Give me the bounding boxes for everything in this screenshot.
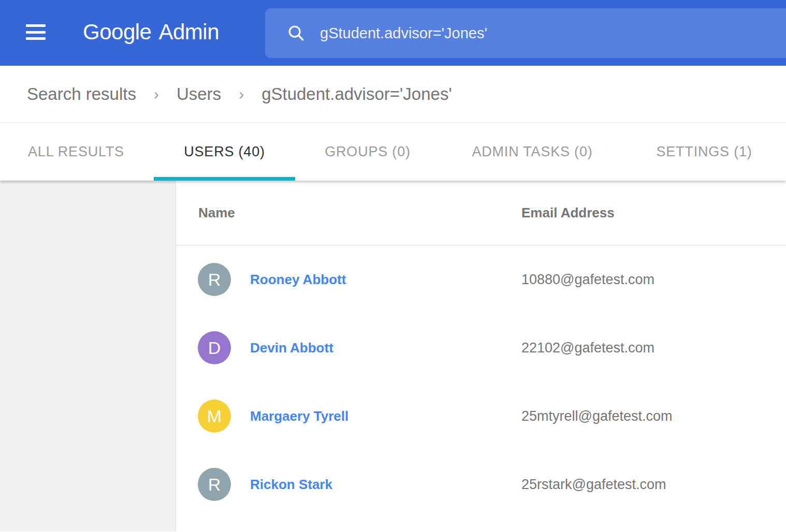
tab-label: GROUPS (0) (325, 144, 411, 160)
avatar[interactable]: R (198, 263, 231, 296)
brand-name: Google (83, 20, 151, 44)
product-name: Admin (158, 20, 219, 44)
main-area: Name Email Address R Rooney Abbott 10880… (0, 181, 786, 531)
user-email: 25mtyrell@gafetest.com (521, 408, 673, 424)
table-header-row: Name Email Address (176, 181, 786, 245)
chevron-right-icon: › (239, 85, 244, 103)
column-header-name: Name (176, 205, 521, 221)
table-row[interactable]: R Rooney Abbott 10880@gafetest.com (176, 245, 786, 314)
user-email: 22102@gafetest.com (521, 340, 654, 356)
tab-all-results[interactable]: ALL RESULTS (13, 123, 139, 181)
table-row[interactable]: M Margaery Tyrell 25mtyrell@gafetest.com (176, 382, 786, 450)
user-name-link[interactable]: Devin Abbott (250, 340, 333, 356)
column-header-email: Email Address (521, 205, 786, 221)
chevron-right-icon: › (154, 85, 159, 103)
user-email: 10880@gafetest.com (521, 272, 654, 288)
tab-groups[interactable]: GROUPS (0) (310, 123, 425, 181)
users-results-panel: Name Email Address R Rooney Abbott 10880… (176, 181, 786, 531)
tab-settings[interactable]: SETTINGS (1) (641, 123, 767, 181)
table-row[interactable]: D Devin Abbott 22102@gafetest.com (176, 314, 786, 382)
search-box[interactable] (265, 8, 786, 58)
avatar[interactable]: D (198, 331, 231, 364)
search-input[interactable] (320, 25, 786, 42)
avatar[interactable]: R (198, 468, 231, 501)
table-row[interactable]: R Rickon Stark 25rstark@gafetest.com (176, 450, 786, 519)
left-filter-panel (0, 181, 176, 531)
search-icon[interactable] (287, 24, 305, 42)
name-cell: R Rickon Stark (176, 468, 521, 501)
tab-label: ALL RESULTS (28, 144, 124, 160)
user-name-link[interactable]: Rickon Stark (250, 477, 332, 493)
app-logo[interactable]: GoogleAdmin (83, 20, 219, 45)
user-email: 25rstark@gafetest.com (521, 477, 666, 493)
tab-users[interactable]: USERS (40) (154, 123, 295, 181)
active-tab-underline (154, 177, 295, 181)
name-cell: R Rooney Abbott (176, 263, 521, 296)
tab-label: USERS (40) (184, 144, 265, 160)
user-name-link[interactable]: Rooney Abbott (250, 272, 346, 288)
menu-icon[interactable] (26, 24, 46, 40)
user-name-link[interactable]: Margaery Tyrell (250, 408, 348, 424)
avatar[interactable]: M (198, 400, 231, 433)
tab-label: SETTINGS (1) (656, 144, 752, 160)
tab-label: ADMIN TASKS (0) (472, 144, 592, 160)
tab-admin-tasks[interactable]: ADMIN TASKS (0) (459, 123, 606, 181)
breadcrumb-users[interactable]: Users (177, 84, 221, 104)
name-cell: D Devin Abbott (176, 331, 521, 364)
name-cell: M Margaery Tyrell (176, 400, 521, 433)
breadcrumb-search-results[interactable]: Search results (27, 84, 136, 104)
results-tab-bar: ALL RESULTS USERS (40) GROUPS (0) ADMIN … (0, 123, 786, 181)
breadcrumb: Search results › Users › gStudent.adviso… (0, 66, 786, 123)
app-header: GoogleAdmin (0, 0, 786, 66)
breadcrumb-current-query: gStudent.advisor='Jones' (261, 84, 452, 104)
